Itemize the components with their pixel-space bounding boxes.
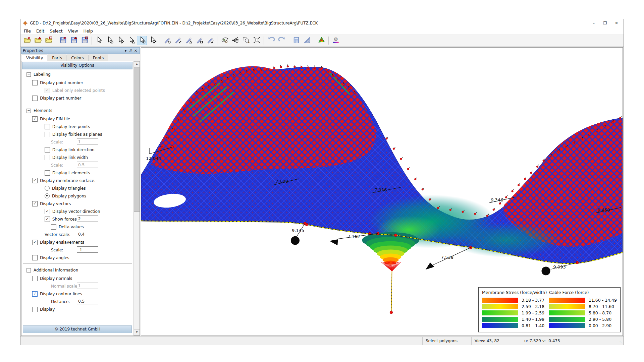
open-model-button[interactable]: # <box>22 36 32 45</box>
select-element-button[interactable] <box>148 36 158 45</box>
draw-point-button[interactable] <box>162 36 172 45</box>
field-vector-scale[interactable] <box>77 231 98 237</box>
close-icon[interactable]: ✕ <box>133 49 138 53</box>
undo-button[interactable] <box>266 36 276 45</box>
row-display-vector-direction: ✓Display vector direction <box>21 207 133 215</box>
collapse-icon[interactable]: − <box>26 72 31 77</box>
checkbox-display-normals[interactable] <box>32 276 38 281</box>
pencil-line-icon <box>174 36 182 45</box>
panel-scrollbar[interactable]: ▲ ▼ <box>133 61 140 336</box>
checkbox-display-enslavements[interactable]: ✓ <box>32 240 38 245</box>
draw-triangle-button[interactable] <box>183 36 194 45</box>
field-scale[interactable] <box>77 162 98 168</box>
checkbox-display-ein-file[interactable]: ✓ <box>32 116 38 122</box>
save-triangle-button[interactable] <box>69 36 79 45</box>
draw-polygon-button[interactable] <box>194 36 204 45</box>
zoom-extents-button[interactable] <box>252 36 262 45</box>
floppy-square-icon <box>80 36 89 45</box>
scroll-up-icon[interactable]: ▲ <box>134 61 140 67</box>
checkbox-label: Display vector direction <box>52 209 100 214</box>
draw-edit-button[interactable] <box>205 36 215 45</box>
minimize-icon[interactable]: – <box>588 20 599 26</box>
checkbox-show-forces[interactable]: ✓ <box>45 217 50 222</box>
panel-body: Visibility Options −LabelingDisplay poin… <box>21 61 140 336</box>
collapse-icon[interactable]: − <box>26 109 31 113</box>
scroll-down-icon[interactable]: ▼ <box>134 329 140 336</box>
legend-gradient-bar <box>482 317 518 322</box>
checkbox-delta-values[interactable] <box>51 224 56 230</box>
draw-link-button[interactable] <box>173 36 183 45</box>
checkbox-label: Display normals <box>40 276 72 281</box>
viewport-canvas[interactable]: 12.0447.6087.9169.3469.4599.1457.1627.53… <box>141 47 623 336</box>
checkbox-label: Display part number <box>40 96 81 101</box>
save-model-button[interactable]: # <box>58 36 68 45</box>
radio-label: Display triangles <box>52 186 86 191</box>
radio-display-polygons[interactable] <box>45 193 50 198</box>
settings-button[interactable]: ⚙ <box>331 36 341 45</box>
menu-view[interactable]: View <box>65 28 81 34</box>
field-show-forces[interactable] <box>77 216 98 222</box>
cursor-circle-icon <box>106 36 114 45</box>
tab-colors[interactable]: Colors <box>67 55 88 61</box>
menu-help[interactable]: Help <box>80 28 96 34</box>
checkbox-display-contour-lines[interactable]: ✓ <box>32 291 38 297</box>
checkbox-label: Display EIN file <box>40 117 70 121</box>
dock-area: Properties ▾ ⚲ ✕ VisibilityPartsColorsFo… <box>20 47 624 337</box>
checkbox-display-vectors[interactable]: ✓ <box>32 201 38 206</box>
measure-button[interactable] <box>302 36 312 45</box>
checkbox-label: Display point number <box>40 80 83 85</box>
status-message <box>20 337 422 345</box>
status-view: View: 43, 82 <box>471 337 521 345</box>
select-links-button[interactable] <box>115 36 125 45</box>
save-square-button[interactable] <box>79 36 90 45</box>
scroll-thumb[interactable] <box>134 67 140 212</box>
select-points-button[interactable] <box>105 36 115 45</box>
checkbox-display-point-number[interactable] <box>32 80 38 85</box>
menu-file[interactable]: File <box>21 28 34 34</box>
legend-range: 2.90 - 5.80 <box>589 317 611 322</box>
menu-edit[interactable]: Edit <box>34 28 47 34</box>
checkbox-label-only-selected-points[interactable]: ✓ <box>45 88 50 93</box>
zoom-window-button[interactable] <box>241 36 251 45</box>
field-label: Vector scale: <box>45 232 70 237</box>
menu-select[interactable]: Select <box>47 28 65 34</box>
floppy-triangle-icon <box>70 36 78 45</box>
redo-button[interactable] <box>277 36 287 45</box>
checkbox-display-vector-direction[interactable]: ✓ <box>45 209 50 214</box>
orbit-view-button[interactable] <box>219 36 229 45</box>
field-scale[interactable] <box>77 138 98 145</box>
maximize-icon[interactable]: ❐ <box>599 20 611 26</box>
calculator-button[interactable] <box>291 36 301 45</box>
select-triangles-button[interactable] <box>126 36 136 45</box>
select-cursor-button[interactable] <box>94 36 104 45</box>
radio-display-triangles[interactable] <box>45 186 50 191</box>
collapse-icon[interactable]: − <box>26 268 31 273</box>
pencil-circle-icon <box>163 36 171 45</box>
resize-grip-icon[interactable]: ⋱ <box>618 337 624 345</box>
checkbox-display-link-direction[interactable] <box>45 147 50 153</box>
checkbox-display-free-points[interactable] <box>45 124 50 129</box>
row-display-contour-lines: ✓Display contour lines <box>21 290 133 298</box>
field-scale[interactable] <box>77 246 98 253</box>
tab-fonts[interactable]: Fonts <box>89 55 108 61</box>
checkbox-display-t-elements[interactable] <box>45 170 50 176</box>
membrane-view-button[interactable] <box>316 36 326 45</box>
checkbox-display[interactable] <box>32 307 38 312</box>
checkbox-display-membrane-surface[interactable]: ✓ <box>32 178 38 183</box>
select-polygons-button[interactable] <box>137 36 147 45</box>
checkbox-display-link-width[interactable] <box>45 155 50 160</box>
open-triangle-button[interactable] <box>33 36 43 45</box>
field-normal-scale[interactable] <box>77 283 98 289</box>
close-icon[interactable]: ✕ <box>611 20 622 26</box>
checkbox-display-part-number[interactable] <box>32 96 38 101</box>
tab-parts[interactable]: Parts <box>48 55 66 61</box>
open-square-button[interactable] <box>44 36 54 45</box>
field-distance[interactable] <box>77 298 98 304</box>
checkbox-display-fixities-as-planes[interactable] <box>45 132 50 137</box>
light-rays-button[interactable] <box>230 36 240 45</box>
title-bar: GED - D:\2_Projekte\Easy\2020\03_26_Webs… <box>20 19 624 27</box>
checkbox-display-angles[interactable] <box>32 255 38 260</box>
legend-gradient-bar <box>482 298 518 303</box>
tab-visibility[interactable]: Visibility <box>22 55 47 61</box>
row-delta-values: Delta values <box>21 223 133 231</box>
